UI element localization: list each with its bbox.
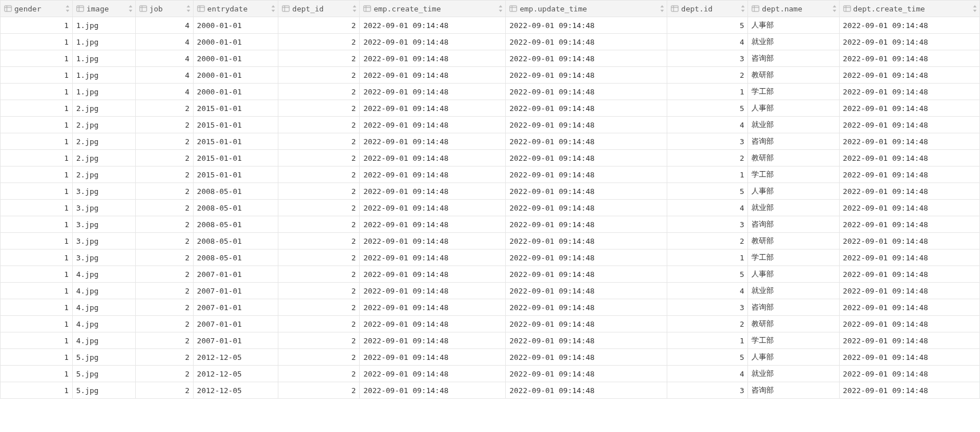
cell-entrydate[interactable]: 2000-01-01 <box>193 84 278 100</box>
cell-dept_id[interactable]: 2 <box>278 382 360 399</box>
cell-job[interactable]: 2 <box>135 133 193 150</box>
column-header-entrydate[interactable]: entrydate <box>193 1 278 17</box>
cell-dept_id[interactable]: 2 <box>278 283 360 299</box>
cell-emp_update_time[interactable]: 2022-09-01 09:14:48 <box>506 216 667 233</box>
cell-gender[interactable]: 1 <box>1 67 73 84</box>
cell-dept_name[interactable]: 教研部 <box>748 67 839 84</box>
cell-image[interactable]: 4.jpg <box>72 316 135 332</box>
cell-dept_create_time[interactable]: 2022-09-01 09:14:48 <box>839 332 979 349</box>
cell-dept_name[interactable]: 咨询部 <box>748 299 839 316</box>
cell-image[interactable]: 4.jpg <box>72 299 135 316</box>
cell-gender[interactable]: 1 <box>1 133 73 150</box>
cell-dept_name[interactable]: 学工部 <box>748 167 839 183</box>
cell-job[interactable]: 2 <box>135 183 193 200</box>
table-row[interactable]: 15.jpg22012-12-0522022-09-01 09:14:48202… <box>1 382 980 399</box>
cell-dept_name[interactable]: 人事部 <box>748 100 839 117</box>
cell-emp_update_time[interactable]: 2022-09-01 09:14:48 <box>506 150 667 167</box>
column-header-dept_create_time[interactable]: dept.create_time <box>839 1 979 17</box>
table-row[interactable]: 11.jpg42000-01-0122022-09-01 09:14:48202… <box>1 84 980 100</box>
cell-emp_create_time[interactable]: 2022-09-01 09:14:48 <box>360 133 506 150</box>
cell-dept_pk[interactable]: 5 <box>667 100 748 117</box>
cell-dept_name[interactable]: 学工部 <box>748 249 839 266</box>
cell-entrydate[interactable]: 2008-05-01 <box>193 216 278 233</box>
cell-dept_create_time[interactable]: 2022-09-01 09:14:48 <box>839 316 979 332</box>
cell-dept_pk[interactable]: 2 <box>667 67 748 84</box>
cell-dept_id[interactable]: 2 <box>278 266 360 283</box>
cell-emp_update_time[interactable]: 2022-09-01 09:14:48 <box>506 349 667 366</box>
cell-dept_pk[interactable]: 2 <box>667 150 748 167</box>
cell-entrydate[interactable]: 2015-01-01 <box>193 100 278 117</box>
cell-dept_name[interactable]: 就业部 <box>748 117 839 133</box>
cell-gender[interactable]: 1 <box>1 249 73 266</box>
cell-emp_update_time[interactable]: 2022-09-01 09:14:48 <box>506 299 667 316</box>
cell-job[interactable]: 2 <box>135 233 193 249</box>
table-row[interactable]: 11.jpg42000-01-0122022-09-01 09:14:48202… <box>1 34 980 50</box>
cell-dept_pk[interactable]: 1 <box>667 167 748 183</box>
table-row[interactable]: 12.jpg22015-01-0122022-09-01 09:14:48202… <box>1 100 980 117</box>
cell-emp_create_time[interactable]: 2022-09-01 09:14:48 <box>360 67 506 84</box>
table-row[interactable]: 14.jpg22007-01-0122022-09-01 09:14:48202… <box>1 332 980 349</box>
cell-gender[interactable]: 1 <box>1 283 73 299</box>
cell-gender[interactable]: 1 <box>1 349 73 366</box>
cell-dept_name[interactable]: 咨询部 <box>748 50 839 67</box>
cell-dept_id[interactable]: 2 <box>278 50 360 67</box>
cell-emp_create_time[interactable]: 2022-09-01 09:14:48 <box>360 283 506 299</box>
cell-emp_create_time[interactable]: 2022-09-01 09:14:48 <box>360 316 506 332</box>
cell-dept_pk[interactable]: 4 <box>667 283 748 299</box>
cell-dept_pk[interactable]: 1 <box>667 332 748 349</box>
cell-dept_pk[interactable]: 4 <box>667 200 748 216</box>
cell-emp_update_time[interactable]: 2022-09-01 09:14:48 <box>506 84 667 100</box>
cell-dept_id[interactable]: 2 <box>278 117 360 133</box>
cell-job[interactable]: 2 <box>135 150 193 167</box>
cell-dept_name[interactable]: 教研部 <box>748 233 839 249</box>
cell-image[interactable]: 2.jpg <box>72 100 135 117</box>
cell-dept_pk[interactable]: 5 <box>667 183 748 200</box>
cell-dept_pk[interactable]: 2 <box>667 233 748 249</box>
cell-job[interactable]: 2 <box>135 249 193 266</box>
cell-image[interactable]: 3.jpg <box>72 233 135 249</box>
cell-image[interactable]: 2.jpg <box>72 150 135 167</box>
column-header-emp_create_time[interactable]: emp.create_time <box>360 1 506 17</box>
cell-entrydate[interactable]: 2000-01-01 <box>193 17 278 34</box>
cell-dept_name[interactable]: 教研部 <box>748 316 839 332</box>
cell-emp_create_time[interactable]: 2022-09-01 09:14:48 <box>360 50 506 67</box>
column-header-dept_name[interactable]: dept.name <box>748 1 839 17</box>
cell-dept_name[interactable]: 就业部 <box>748 200 839 216</box>
cell-emp_update_time[interactable]: 2022-09-01 09:14:48 <box>506 167 667 183</box>
cell-dept_name[interactable]: 就业部 <box>748 366 839 382</box>
cell-dept_name[interactable]: 就业部 <box>748 283 839 299</box>
cell-dept_pk[interactable]: 2 <box>667 316 748 332</box>
cell-gender[interactable]: 1 <box>1 34 73 50</box>
cell-entrydate[interactable]: 2008-05-01 <box>193 233 278 249</box>
cell-image[interactable]: 1.jpg <box>72 34 135 50</box>
cell-image[interactable]: 4.jpg <box>72 266 135 283</box>
cell-emp_update_time[interactable]: 2022-09-01 09:14:48 <box>506 266 667 283</box>
table-row[interactable]: 14.jpg22007-01-0122022-09-01 09:14:48202… <box>1 266 980 283</box>
cell-emp_create_time[interactable]: 2022-09-01 09:14:48 <box>360 382 506 399</box>
table-row[interactable]: 11.jpg42000-01-0122022-09-01 09:14:48202… <box>1 67 980 84</box>
cell-dept_id[interactable]: 2 <box>278 332 360 349</box>
cell-emp_create_time[interactable]: 2022-09-01 09:14:48 <box>360 167 506 183</box>
cell-dept_id[interactable]: 2 <box>278 150 360 167</box>
cell-image[interactable]: 2.jpg <box>72 133 135 150</box>
cell-emp_create_time[interactable]: 2022-09-01 09:14:48 <box>360 249 506 266</box>
cell-emp_create_time[interactable]: 2022-09-01 09:14:48 <box>360 34 506 50</box>
table-row[interactable]: 12.jpg22015-01-0122022-09-01 09:14:48202… <box>1 167 980 183</box>
cell-emp_update_time[interactable]: 2022-09-01 09:14:48 <box>506 34 667 50</box>
cell-dept_create_time[interactable]: 2022-09-01 09:14:48 <box>839 84 979 100</box>
cell-dept_create_time[interactable]: 2022-09-01 09:14:48 <box>839 349 979 366</box>
cell-job[interactable]: 4 <box>135 67 193 84</box>
cell-gender[interactable]: 1 <box>1 332 73 349</box>
cell-dept_name[interactable]: 咨询部 <box>748 216 839 233</box>
cell-gender[interactable]: 1 <box>1 366 73 382</box>
table-row[interactable]: 14.jpg22007-01-0122022-09-01 09:14:48202… <box>1 299 980 316</box>
cell-image[interactable]: 1.jpg <box>72 50 135 67</box>
cell-dept_pk[interactable]: 3 <box>667 216 748 233</box>
cell-emp_create_time[interactable]: 2022-09-01 09:14:48 <box>360 84 506 100</box>
cell-gender[interactable]: 1 <box>1 266 73 283</box>
cell-dept_create_time[interactable]: 2022-09-01 09:14:48 <box>839 283 979 299</box>
cell-entrydate[interactable]: 2015-01-01 <box>193 133 278 150</box>
cell-gender[interactable]: 1 <box>1 200 73 216</box>
cell-gender[interactable]: 1 <box>1 233 73 249</box>
sort-icon[interactable] <box>271 5 275 12</box>
